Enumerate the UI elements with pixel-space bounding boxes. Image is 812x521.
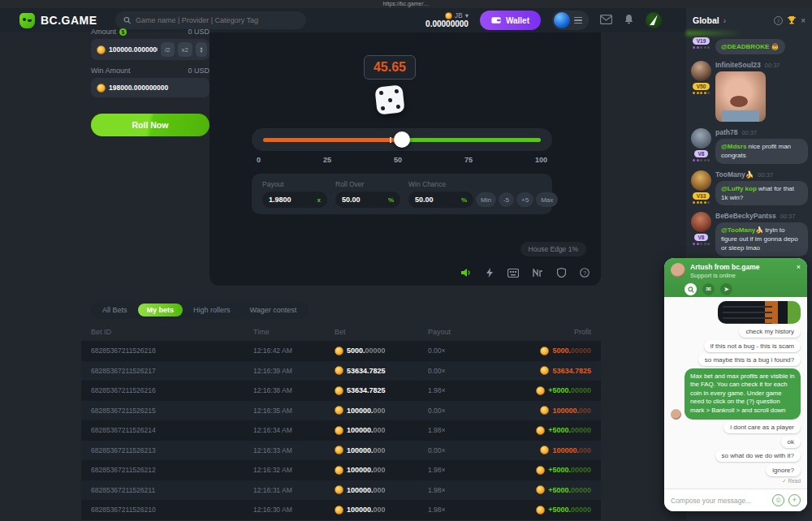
tab-all-bets[interactable]: All Bets xyxy=(93,304,136,316)
bet-row[interactable]: 68285367211526217 12:16:39 AM 53634.7825… xyxy=(81,361,601,381)
chat-info-icon[interactable]: i xyxy=(774,16,783,25)
live-stats-icon[interactable] xyxy=(533,269,543,278)
avatar[interactable] xyxy=(691,61,711,81)
support-compose-input[interactable] xyxy=(671,497,768,505)
tab-wager-contest[interactable]: Wager contest xyxy=(241,304,306,316)
coin-icon xyxy=(335,426,343,435)
roll-over-input[interactable] xyxy=(342,196,378,204)
win-chance-input[interactable] xyxy=(415,196,451,204)
level-dots xyxy=(693,159,710,161)
bet-row[interactable]: 68285367211526215 12:16:35 AM 100000.000… xyxy=(81,401,601,421)
avatar[interactable] xyxy=(691,170,711,191)
username[interactable]: InfiniteSoul23 xyxy=(715,61,761,69)
agent-message-row: Max bet and max profits are visible in t… xyxy=(671,368,801,420)
win-amount-field xyxy=(91,78,209,97)
tab-high-rollers[interactable]: High rollers xyxy=(184,304,240,316)
coin-icon xyxy=(536,466,545,475)
chat-channel[interactable]: Global xyxy=(693,15,719,25)
username[interactable]: path78 xyxy=(715,128,737,136)
coin-icon xyxy=(335,347,343,355)
step-down-icon[interactable]: ▼ xyxy=(196,50,207,54)
bet-row[interactable]: 68285367211526214 12:16:34 AM 100000.000… xyxy=(81,420,601,441)
avatar[interactable] xyxy=(691,212,711,232)
bonus-icon[interactable] xyxy=(646,12,662,28)
hotkeys-icon[interactable] xyxy=(508,269,519,278)
bet-amount-input[interactable] xyxy=(109,45,158,54)
bet-row[interactable]: 68285367211526211 12:16:31 AM 100000.000… xyxy=(81,480,601,501)
support-conversation: check my history if this not a bug - thi… xyxy=(664,297,807,489)
help-icon[interactable]: ? xyxy=(580,268,590,278)
notifications-bell-icon[interactable] xyxy=(624,13,634,28)
support-close-icon[interactable]: × xyxy=(797,263,801,271)
user-message: if this not a bug - this is scam xyxy=(704,340,801,352)
payout-unit: x xyxy=(317,196,321,204)
roll-slider xyxy=(252,128,552,151)
coin-icon xyxy=(335,466,343,475)
avatar[interactable] xyxy=(554,12,570,28)
profile-menu[interactable] xyxy=(552,11,589,30)
payout-input[interactable] xyxy=(269,196,304,204)
fairness-shield-icon[interactable] xyxy=(557,268,566,278)
coin-icon xyxy=(97,45,106,54)
tick-25: 25 xyxy=(323,156,331,164)
chevron-down-icon[interactable]: ▾ xyxy=(465,12,469,19)
attach-plus-icon[interactable]: + xyxy=(788,494,801,506)
coin-icon xyxy=(335,506,343,515)
win-chance-field: % xyxy=(408,192,473,208)
roll-now-button[interactable]: Roll Now xyxy=(91,114,209,136)
chat-header: Global › i × xyxy=(686,8,812,32)
support-search-icon[interactable] xyxy=(685,283,697,295)
emoji-icon[interactable]: ☺ xyxy=(772,494,784,506)
half-bet-button[interactable]: /2 xyxy=(161,42,175,57)
min-button[interactable]: Min xyxy=(476,192,496,207)
roll-over-unit: % xyxy=(388,196,394,204)
double-bet-button[interactable]: x2 xyxy=(178,42,192,57)
sound-icon[interactable] xyxy=(461,268,472,278)
trophy-icon[interactable] xyxy=(787,15,797,25)
level-badge: V8 xyxy=(694,150,709,157)
turbo-bolt-icon[interactable] xyxy=(486,268,494,278)
bet-row[interactable]: 68285367211526218 12:16:42 AM 5000.00000… xyxy=(81,341,601,361)
bet-row[interactable]: 68285367211526212 12:16:32 AM 100000.000… xyxy=(81,460,601,480)
chat-gif-crying-baby[interactable] xyxy=(715,71,766,122)
game-toolbar: ? xyxy=(209,263,601,282)
currency-toggle-icon[interactable]: $ xyxy=(119,28,127,36)
support-header: Artush from bc.game Support is online × … xyxy=(664,258,807,297)
payout-label: Payout xyxy=(262,180,327,188)
attachment-screenshot[interactable] xyxy=(718,301,801,324)
max-button[interactable]: Max xyxy=(536,192,558,207)
level-badge: V33 xyxy=(693,192,710,200)
tick-75: 75 xyxy=(464,156,473,164)
wallet-button[interactable]: Wallet xyxy=(480,11,541,30)
bets-table: Bet ID Time Bet Payout Profit 6828536721… xyxy=(81,323,601,521)
support-telegram-icon[interactable]: ➤ xyxy=(720,283,732,295)
win-amount-input[interactable] xyxy=(109,84,207,92)
slider-handle[interactable] xyxy=(394,131,410,148)
level-badge: V8 xyxy=(694,234,709,241)
avatar[interactable] xyxy=(691,128,711,149)
chat-message: V50 InfiniteSoul2300:37 xyxy=(690,61,808,122)
bet-row[interactable]: 68285367211526213 12:16:33 AM 100000.000… xyxy=(81,441,601,461)
level-dots xyxy=(693,92,710,94)
col-profit: Profit xyxy=(513,328,591,336)
messages-icon[interactable] xyxy=(600,13,612,28)
bcgame-shield-icon xyxy=(19,13,35,28)
game-search[interactable] xyxy=(115,11,306,29)
search-input[interactable] xyxy=(136,16,298,24)
balance-display[interactable]: JB ▾ 0.00000000 xyxy=(425,12,469,28)
chevron-right-icon[interactable]: › xyxy=(723,16,726,25)
bet-row[interactable]: 68285367211526216 12:16:38 AM 53634.7825… xyxy=(81,381,601,401)
chat-close-icon[interactable]: × xyxy=(801,16,806,25)
username[interactable]: TooMany🍌 xyxy=(715,170,754,179)
bcgame-logo[interactable]: BC.GAME xyxy=(19,13,97,28)
support-email-icon[interactable]: ✉ xyxy=(702,283,715,295)
bet-row[interactable]: 68285367211526210 12:16:30 AM 100000.000… xyxy=(81,500,601,520)
win-amount-label: Win Amount xyxy=(91,67,131,75)
plus5-button[interactable]: +5 xyxy=(516,192,533,207)
username[interactable]: BeBeBeckyPantss xyxy=(715,212,776,220)
coin-icon xyxy=(97,84,106,93)
slider-track[interactable] xyxy=(263,138,541,142)
minus5-button[interactable]: -5 xyxy=(499,192,514,207)
amount-stepper[interactable]: ▲ ▼ xyxy=(196,42,207,57)
tab-my-bets[interactable]: My bets xyxy=(138,304,184,316)
